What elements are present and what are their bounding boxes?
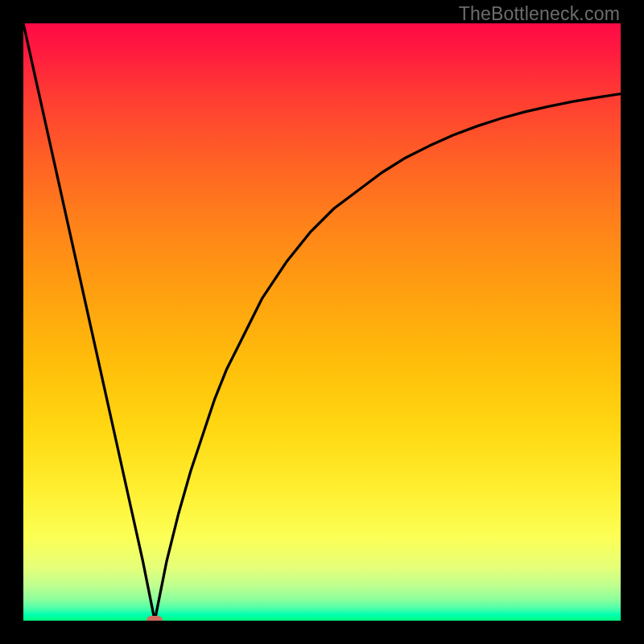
plot-area bbox=[23, 23, 621, 621]
bottleneck-curve bbox=[23, 23, 621, 621]
watermark-text: TheBottleneck.com bbox=[459, 3, 620, 25]
minimum-marker-icon bbox=[147, 616, 163, 621]
chart-frame: TheBottleneck.com bbox=[0, 0, 644, 644]
